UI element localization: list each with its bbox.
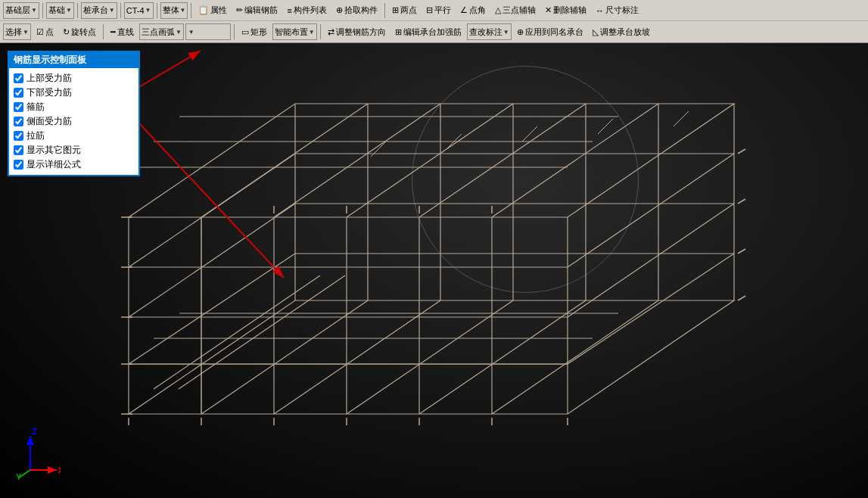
- svg-line-15: [179, 275, 345, 389]
- show-formula-checkbox[interactable]: [14, 160, 23, 170]
- list-label: 构件列表: [294, 5, 327, 16]
- separator: [191, 3, 191, 18]
- apply-same-pile-button[interactable]: ⊕ 应用到同名承台: [513, 23, 587, 40]
- delete-label: 删除辅轴: [553, 5, 586, 16]
- show-other-checkbox[interactable]: [14, 145, 23, 155]
- rect-button[interactable]: ▭ 矩形: [238, 23, 271, 40]
- pile-label: 桩承台: [83, 5, 108, 16]
- svg-line-67: [674, 111, 689, 126]
- rect-icon: ▭: [241, 27, 249, 37]
- list-item: 显示其它图元: [14, 143, 134, 157]
- chevron-down-icon: ▼: [176, 29, 182, 36]
- three-point-aux-button[interactable]: △ 三点辅轴: [491, 2, 540, 19]
- attr-label: 属性: [210, 5, 227, 16]
- separator: [234, 24, 235, 39]
- dimension-label: 尺寸标注: [605, 5, 639, 16]
- point-angle-button[interactable]: ∠ 点角: [456, 2, 490, 19]
- control-panel-body: 上部受力筋 下部受力筋 箍筋 侧面受力筋 拉筋 显示其它图元: [9, 68, 138, 175]
- svg-line-71: [738, 296, 745, 300]
- svg-line-45: [568, 254, 734, 364]
- checkbox-icon: ☑: [36, 27, 44, 37]
- svg-line-66: [598, 119, 613, 134]
- svg-text:Z: Z: [32, 428, 37, 436]
- svg-line-42: [129, 254, 295, 364]
- line-icon: ━: [110, 27, 116, 37]
- rotate-point-button[interactable]: ↻ 旋转点: [59, 23, 100, 40]
- pick-component-button[interactable]: ⊕ 拾取构件: [332, 2, 381, 19]
- svg-line-68: [738, 149, 745, 154]
- two-point-button[interactable]: ⊞ 两点: [388, 2, 421, 19]
- tie-bar-label: 拉筋: [26, 129, 45, 142]
- svg-text:Y: Y: [16, 472, 22, 481]
- delete-aux-button[interactable]: ✕ 删除辅轴: [541, 2, 590, 19]
- threepoint-label: 三点辅轴: [502, 5, 536, 16]
- separator: [42, 3, 43, 18]
- side-rebar-label: 侧面受力筋: [26, 115, 72, 128]
- list-item: 拉筋: [14, 129, 134, 143]
- svg-marker-1: [129, 104, 734, 217]
- adjust-icon: ⇄: [328, 27, 334, 37]
- smart-label: 智能布置: [275, 26, 308, 38]
- toolbar-pile-dropdown[interactable]: 桩承台 ▼: [81, 2, 117, 19]
- tie-bar-checkbox[interactable]: [14, 131, 23, 141]
- toolbar-base-dropdown[interactable]: 基础 ▼: [46, 2, 74, 19]
- empty-dropdown[interactable]: ▼: [185, 23, 231, 40]
- adjust-slope-button[interactable]: ◺ 调整承台放坡: [589, 23, 654, 40]
- chevron-down-icon: ▼: [145, 7, 151, 14]
- chevron-down-icon: ▼: [31, 7, 37, 14]
- parallel-button[interactable]: ⊟ 平行: [422, 2, 455, 19]
- slope-label: 调整承台放坡: [600, 26, 650, 38]
- axes-indicator: Z X Y: [15, 428, 61, 484]
- upper-rebar-checkbox[interactable]: [14, 73, 23, 83]
- edit-rebar-button[interactable]: ✏ 编辑钢筋: [232, 2, 282, 19]
- side-rebar-checkbox[interactable]: [14, 117, 23, 126]
- separator: [157, 3, 157, 18]
- toolbar-layer-dropdown[interactable]: 基础层 ▼: [3, 2, 39, 19]
- lower-rebar-label: 下部受力筋: [26, 86, 72, 99]
- svg-line-43: [568, 154, 734, 267]
- layer-label: 基础层: [5, 5, 30, 16]
- show-formula-label: 显示详细公式: [26, 158, 81, 171]
- toolbar-ct4-dropdown[interactable]: CT-4 ▼: [124, 2, 154, 19]
- three-point-arc-dropdown[interactable]: 三点画弧 ▼: [139, 23, 184, 40]
- check-annotation-dropdown[interactable]: 查改标注 ▼: [467, 23, 512, 40]
- pointangle-label: 点角: [469, 5, 486, 16]
- twopoint-icon: ⊞: [392, 5, 399, 15]
- attr-button[interactable]: 📋 属性: [194, 2, 231, 19]
- svg-line-41: [129, 204, 295, 317]
- point-button[interactable]: ☑ 点: [33, 23, 58, 40]
- control-panel: 钢筋显示控制面板 上部受力筋 下部受力筋 箍筋 侧面受力筋 拉筋: [8, 51, 140, 176]
- edit-pile-rebar-button[interactable]: ⊞ 编辑承台加强筋: [391, 23, 465, 40]
- upper-rebar-label: 上部受力筋: [26, 72, 72, 85]
- edit-icon: ✏: [236, 5, 243, 15]
- apply-label: 应用到同名承台: [525, 26, 583, 38]
- list-item: 下部受力筋: [14, 86, 134, 100]
- lower-rebar-checkbox[interactable]: [14, 88, 23, 98]
- parallel-label: 平行: [434, 5, 451, 16]
- dimension-button[interactable]: ↔ 尺寸标注: [592, 2, 642, 19]
- adjust-rebar-direction-button[interactable]: ⇄ 调整钢筋方向: [324, 23, 390, 40]
- toolbar-row2: 选择 ▼ ☑ 点 ↻ 旋转点 ━ 直线 三点画弧 ▼ ▼ ▭ 矩形 智: [0, 21, 868, 42]
- svg-line-65: [522, 126, 537, 142]
- toolbar-select-dropdown[interactable]: 选择 ▼: [3, 23, 31, 40]
- svg-line-69: [738, 199, 745, 204]
- attr-icon: 📋: [198, 5, 209, 15]
- list-item: 侧面受力筋: [14, 114, 134, 129]
- main-canvas: 钢筋显示控制面板 上部受力筋 下部受力筋 箍筋 侧面受力筋 拉筋: [0, 43, 868, 498]
- pick-icon: ⊕: [336, 5, 343, 15]
- component-list-button[interactable]: ≡ 构件列表: [283, 2, 330, 19]
- chevron-down-icon: ▼: [23, 29, 29, 36]
- edit-label: 编辑钢筋: [244, 5, 278, 16]
- edit-pile-icon: ⊞: [395, 27, 402, 37]
- line-button[interactable]: ━ 直线: [107, 23, 138, 40]
- list-item: 显示详细公式: [14, 157, 134, 172]
- svg-line-40: [129, 154, 295, 267]
- svg-line-18: [347, 104, 513, 217]
- toolbar-overall-dropdown[interactable]: 整体 ▼: [160, 2, 188, 19]
- separator: [77, 3, 78, 18]
- smart-layout-dropdown[interactable]: 智能布置 ▼: [272, 23, 317, 40]
- stirrup-checkbox[interactable]: [14, 102, 23, 112]
- separator: [320, 24, 321, 39]
- base-label: 基础: [48, 5, 65, 16]
- list-item: 箍筋: [14, 100, 134, 114]
